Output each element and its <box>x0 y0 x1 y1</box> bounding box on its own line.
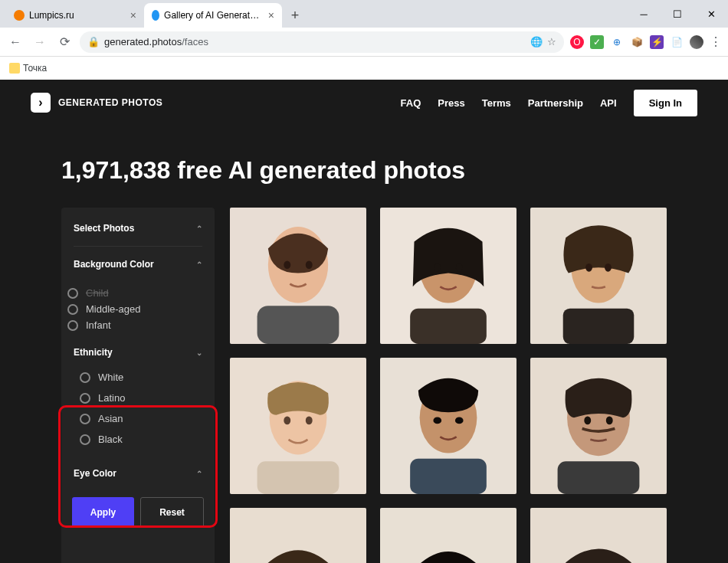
svg-point-23 <box>455 417 464 424</box>
photo-item[interactable] <box>530 208 667 344</box>
forward-button[interactable]: → <box>31 33 49 51</box>
photo-item[interactable] <box>380 208 516 344</box>
filter-background-color[interactable]: Background Color ⌃ <box>61 250 215 279</box>
opera-icon[interactable]: O <box>570 35 584 49</box>
photo-item[interactable] <box>530 358 667 494</box>
radio-asian[interactable]: Asian <box>80 408 202 429</box>
bookmark-tochka[interactable]: Точка <box>9 63 47 74</box>
address-bar[interactable]: 🔒 generated.photos/faces 🌐 ☆ <box>80 31 564 53</box>
nav-press[interactable]: Press <box>438 97 464 109</box>
photo-item[interactable] <box>230 358 366 494</box>
filter-ethnicity: Ethnicity ⌄ White Latino Asian <box>61 338 215 459</box>
url-text: generated.photos/faces <box>104 36 208 47</box>
radio-icon <box>80 393 90 404</box>
svg-rect-19 <box>257 461 339 494</box>
maximize-button[interactable]: ☐ <box>661 0 694 28</box>
radio-icon <box>80 372 90 383</box>
filters-sidebar: Select Photos ⌃ Background Color ⌃ Child <box>61 208 215 563</box>
adblock-icon[interactable]: ✓ <box>590 35 604 49</box>
svg-point-17 <box>284 417 290 425</box>
nav-links: FAQ Press Terms Partnership API Sign In <box>401 90 697 116</box>
favicon-generated <box>152 10 159 21</box>
translate-icon[interactable]: 🌐 <box>530 36 543 47</box>
radio-infant[interactable]: Infant <box>67 317 215 333</box>
nav-terms[interactable]: Terms <box>482 97 511 109</box>
photo-gallery <box>230 208 667 563</box>
reload-button[interactable]: ⟳ <box>55 33 74 51</box>
svg-rect-4 <box>257 306 339 344</box>
radio-white[interactable]: White <box>80 367 202 388</box>
logo-text: GENERATED PHOTOS <box>58 97 162 108</box>
lock-icon: 🔒 <box>87 36 100 47</box>
radio-latino[interactable]: Latino <box>80 388 202 408</box>
photo-item[interactable] <box>380 508 516 563</box>
page-content[interactable]: › GENERATED PHOTOS FAQ Press Terms Partn… <box>0 80 728 563</box>
svg-rect-24 <box>410 459 487 494</box>
svg-point-18 <box>306 417 313 425</box>
tab-title: Gallery of AI Generated Faces | G <box>164 10 264 21</box>
new-tab-button[interactable]: + <box>285 5 305 25</box>
reset-button[interactable]: Reset <box>140 497 204 528</box>
radio-black[interactable]: Black <box>80 429 202 450</box>
filter-ethnicity-header[interactable]: Ethnicity ⌄ <box>74 347 202 358</box>
favicon-lumpics <box>14 10 25 21</box>
page-title: 1,971,838 free AI generated photos <box>0 126 728 208</box>
nav-api[interactable]: API <box>600 97 617 109</box>
site-logo[interactable]: › GENERATED PHOTOS <box>31 93 162 113</box>
signin-button[interactable]: Sign In <box>634 90 697 116</box>
tab-title: Lumpics.ru <box>29 10 74 21</box>
radio-icon <box>80 414 90 424</box>
globe-icon[interactable]: ⊕ <box>610 35 624 49</box>
profile-avatar[interactable] <box>690 35 703 49</box>
filter-age-options: Child Middle-aged Infant <box>61 285 215 338</box>
reading-list-icon[interactable]: 📄 <box>670 35 684 49</box>
close-icon[interactable]: × <box>268 9 274 21</box>
extension-icons: O ✓ ⊕ 📦 ⚡ 📄 ⋮ <box>570 34 722 49</box>
radio-icon <box>67 304 78 315</box>
svg-rect-9 <box>410 309 487 344</box>
chevron-up-icon: ⌃ <box>196 260 202 269</box>
svg-point-27 <box>584 417 591 425</box>
logo-badge-icon: › <box>31 93 51 113</box>
nav-faq[interactable]: FAQ <box>401 97 421 109</box>
browser-toolbar: ← → ⟳ 🔒 generated.photos/faces 🌐 ☆ O ✓ ⊕… <box>0 28 728 57</box>
site-header: › GENERATED PHOTOS FAQ Press Terms Partn… <box>0 80 728 126</box>
cube-icon[interactable]: 📦 <box>630 35 644 49</box>
nav-partnership[interactable]: Partnership <box>528 97 583 109</box>
window-titlebar: Lumpics.ru × Gallery of AI Generated Fac… <box>0 0 728 28</box>
bookmark-folder-icon <box>9 63 20 74</box>
browser-tab-lumpics[interactable]: Lumpics.ru × <box>6 3 144 28</box>
star-icon[interactable]: ☆ <box>547 36 556 47</box>
chevron-down-icon: ⌄ <box>196 349 202 357</box>
menu-button[interactable]: ⋮ <box>710 34 722 49</box>
chevron-up-icon: ⌃ <box>196 470 202 478</box>
svg-point-12 <box>585 263 592 272</box>
svg-point-8 <box>456 263 463 272</box>
radio-child[interactable]: Child <box>67 285 215 301</box>
filter-actions: Apply Reset <box>61 488 215 537</box>
svg-point-7 <box>434 263 441 272</box>
radio-icon <box>67 320 78 331</box>
filter-eye-color[interactable]: Eye Color ⌃ <box>61 459 215 488</box>
photo-item[interactable] <box>230 508 366 563</box>
svg-point-22 <box>433 417 441 424</box>
svg-point-13 <box>605 263 612 272</box>
close-button[interactable]: ✕ <box>694 0 728 28</box>
content-area: Select Photos ⌃ Background Color ⌃ Child <box>0 208 728 563</box>
radio-middle-aged[interactable]: Middle-aged <box>67 301 215 317</box>
minimize-button[interactable]: ─ <box>627 0 661 28</box>
photo-item[interactable] <box>230 208 366 344</box>
ext-purple-icon[interactable]: ⚡ <box>650 35 664 49</box>
svg-rect-14 <box>563 309 635 344</box>
radio-icon <box>67 288 78 299</box>
back-button[interactable]: ← <box>6 33 25 51</box>
svg-point-2 <box>284 260 290 269</box>
apply-button[interactable]: Apply <box>72 497 134 528</box>
photo-item[interactable] <box>380 358 516 494</box>
filter-select-photos[interactable]: Select Photos ⌃ <box>61 214 215 243</box>
divider <box>74 246 202 247</box>
photo-item[interactable] <box>530 508 667 563</box>
svg-rect-29 <box>558 461 640 494</box>
browser-tab-generated[interactable]: Gallery of AI Generated Faces | G × <box>144 3 282 28</box>
close-icon[interactable]: × <box>130 9 136 21</box>
